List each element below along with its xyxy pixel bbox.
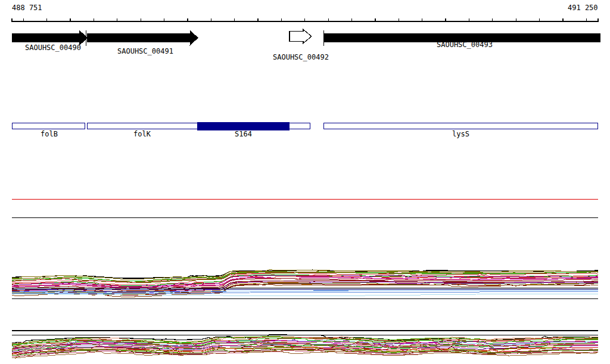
annotation-box-folb[interactable] xyxy=(13,123,85,129)
upper-band-lightblue-line-2 xyxy=(12,294,598,296)
coverage-tracks xyxy=(12,200,598,359)
ruler-axis xyxy=(12,18,598,22)
gene-label-saouhsc-00490: SAOUHSC_00490 xyxy=(25,44,81,52)
annotation-box-lyss[interactable] xyxy=(324,123,598,129)
gene-label-saouhsc-00491: SAOUHSC_00491 xyxy=(117,48,173,55)
upper-band-navy-line xyxy=(12,290,598,290)
annotation-label-folk: folK xyxy=(133,130,151,138)
genome-browser-view: 488 751 491 250 SAOUHSC_00490 SAOUHSC_00… xyxy=(0,0,610,364)
gene-arrow-saouhsc-00492[interactable] xyxy=(290,30,312,43)
annotation-box-s164[interactable] xyxy=(197,122,290,130)
gene-arrow-track xyxy=(12,30,600,46)
annotation-box-track xyxy=(13,122,598,130)
annotation-label-folb: folB xyxy=(41,130,58,138)
gene-label-saouhsc-00492: SAOUHSC_00492 xyxy=(273,54,329,61)
annotation-label-lyss: lysS xyxy=(452,130,469,138)
gene-label-saouhsc-00493: SAOUHSC_00493 xyxy=(437,41,493,49)
annotation-label-s164: S164 xyxy=(235,130,252,138)
gene-arrow-saouhsc-00491[interactable] xyxy=(87,30,198,46)
